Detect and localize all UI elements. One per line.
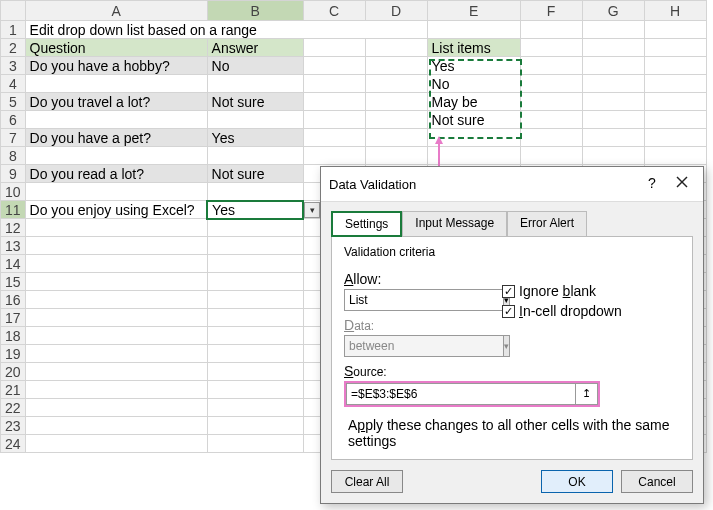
in-cell-dropdown-checkbox[interactable]: ✓In-cell dropdown <box>502 303 622 319</box>
cell[interactable] <box>25 75 207 93</box>
tab-input-message[interactable]: Input Message <box>402 211 507 237</box>
cell[interactable] <box>25 327 207 345</box>
row-header[interactable]: 2 <box>1 39 26 57</box>
clear-all-button[interactable]: Clear All <box>331 470 403 493</box>
corner-cell[interactable] <box>1 1 26 21</box>
cell[interactable] <box>207 381 303 399</box>
row-header[interactable]: 14 <box>1 255 26 273</box>
row-header[interactable]: 24 <box>1 435 26 453</box>
cell[interactable] <box>207 237 303 255</box>
col-header-D[interactable]: D <box>365 1 427 21</box>
help-button[interactable]: ? <box>639 173 665 195</box>
row-header[interactable]: 6 <box>1 111 26 129</box>
cell[interactable] <box>303 39 365 57</box>
cell[interactable] <box>25 273 207 291</box>
cell[interactable] <box>207 183 303 201</box>
row-header[interactable]: 5 <box>1 93 26 111</box>
ignore-blank-checkbox[interactable]: ✓Ignore blank <box>502 283 622 299</box>
row-header[interactable]: 15 <box>1 273 26 291</box>
cell[interactable] <box>207 399 303 417</box>
cell[interactable] <box>644 129 706 147</box>
cell[interactable] <box>365 129 427 147</box>
cell[interactable] <box>207 417 303 435</box>
cell[interactable] <box>644 93 706 111</box>
cell[interactable] <box>25 417 207 435</box>
cancel-button[interactable]: Cancel <box>621 470 693 493</box>
cell[interactable] <box>207 309 303 327</box>
cell[interactable] <box>303 57 365 75</box>
cell[interactable] <box>582 93 644 111</box>
cell[interactable] <box>207 363 303 381</box>
range-picker-icon[interactable]: ↥ <box>576 383 598 405</box>
dropdown-button[interactable]: ▾ <box>304 202 320 218</box>
cell[interactable] <box>582 129 644 147</box>
cell[interactable] <box>644 111 706 129</box>
cell[interactable] <box>207 147 303 165</box>
cell[interactable] <box>582 111 644 129</box>
row-header[interactable]: 3 <box>1 57 26 75</box>
cell[interactable]: Do you enjoy using Excel? <box>25 201 207 219</box>
cell[interactable] <box>25 219 207 237</box>
cell[interactable] <box>365 39 427 57</box>
cell[interactable] <box>582 21 644 39</box>
tab-settings[interactable]: Settings <box>331 211 402 237</box>
cell[interactable] <box>303 75 365 93</box>
cell[interactable] <box>582 57 644 75</box>
cell[interactable] <box>25 183 207 201</box>
cell[interactable] <box>365 93 427 111</box>
row-header[interactable]: 18 <box>1 327 26 345</box>
cell[interactable] <box>582 75 644 93</box>
cell[interactable] <box>520 39 582 57</box>
cell[interactable] <box>365 147 427 165</box>
cell[interactable]: Answer <box>207 39 303 57</box>
cell[interactable]: Not sure <box>207 165 303 183</box>
row-header[interactable]: 9 <box>1 165 26 183</box>
close-button[interactable] <box>669 173 695 195</box>
col-header-C[interactable]: C <box>303 1 365 21</box>
cell[interactable] <box>303 129 365 147</box>
row-header[interactable]: 21 <box>1 381 26 399</box>
cell[interactable] <box>520 147 582 165</box>
cell[interactable]: No <box>207 57 303 75</box>
cell[interactable]: Yes <box>207 129 303 147</box>
cell[interactable] <box>365 111 427 129</box>
cell[interactable] <box>427 21 520 39</box>
cell[interactable]: Edit drop down list based on a range <box>25 21 427 39</box>
cell[interactable]: List items <box>427 39 520 57</box>
cell[interactable]: No <box>427 75 520 93</box>
cell[interactable] <box>520 93 582 111</box>
cell[interactable] <box>644 147 706 165</box>
tab-error-alert[interactable]: Error Alert <box>507 211 587 237</box>
cell[interactable] <box>25 435 207 453</box>
cell[interactable] <box>520 21 582 39</box>
cell[interactable] <box>25 399 207 417</box>
row-header[interactable]: 19 <box>1 345 26 363</box>
source-field[interactable]: ↥ <box>344 381 600 407</box>
cell[interactable] <box>520 57 582 75</box>
source-input[interactable] <box>346 383 576 405</box>
cell[interactable] <box>207 345 303 363</box>
cell[interactable]: Do you have a hobby? <box>25 57 207 75</box>
cell[interactable] <box>25 147 207 165</box>
cell[interactable]: Question <box>25 39 207 57</box>
row-header[interactable]: 1 <box>1 21 26 39</box>
cell[interactable] <box>582 39 644 57</box>
col-header-H[interactable]: H <box>644 1 706 21</box>
cell[interactable] <box>25 363 207 381</box>
cell[interactable]: Do you read a lot? <box>25 165 207 183</box>
cell[interactable] <box>207 255 303 273</box>
apply-to-all-checkbox[interactable]: Apply these changes to all other cells w… <box>344 417 692 449</box>
cell[interactable] <box>582 147 644 165</box>
cell[interactable] <box>25 291 207 309</box>
cell[interactable] <box>520 111 582 129</box>
cell[interactable]: Not sure <box>427 111 520 129</box>
cell[interactable] <box>25 345 207 363</box>
row-header[interactable]: 17 <box>1 309 26 327</box>
cell[interactable] <box>25 309 207 327</box>
cell[interactable] <box>25 381 207 399</box>
row-header[interactable]: 8 <box>1 147 26 165</box>
cell[interactable] <box>25 255 207 273</box>
row-header[interactable]: 13 <box>1 237 26 255</box>
cell[interactable] <box>207 291 303 309</box>
cell[interactable] <box>25 111 207 129</box>
